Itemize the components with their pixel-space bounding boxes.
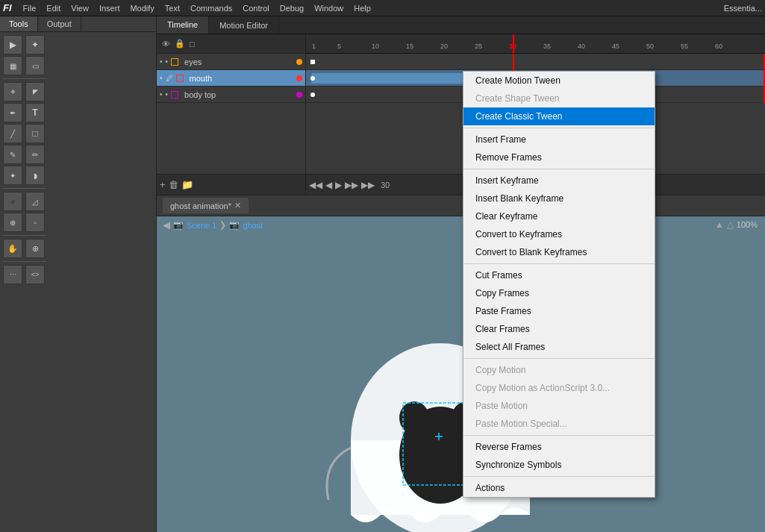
ctx-clear-frames[interactable]: Clear Frames xyxy=(463,320,655,338)
layer-bodytop[interactable]: • • body top xyxy=(157,87,305,103)
ctx-insert-keyframe[interactable]: Insert Keyframe xyxy=(463,172,655,190)
paint-bucket-tool[interactable]: ◿ xyxy=(25,192,45,211)
menu-window[interactable]: Window xyxy=(309,2,349,14)
tab-timeline[interactable]: Timeline xyxy=(157,16,209,34)
line-tool[interactable]: ╱ xyxy=(3,124,22,143)
layer-bodytop-color-dot xyxy=(296,92,302,98)
ctx-clear-keyframe[interactable]: Clear Keyframe xyxy=(463,207,655,225)
eyedropper-tool[interactable]: ⊕ xyxy=(3,213,22,232)
canvas-tab-label: ghost animation* xyxy=(170,201,231,210)
zoom-tool[interactable]: ⊕ xyxy=(25,239,45,258)
delete-layer-button[interactable]: 🗑 xyxy=(169,179,178,190)
zoom-out-icon[interactable]: ▲ xyxy=(715,219,724,230)
layer-outline-box xyxy=(171,91,178,98)
app-logo: Fl xyxy=(3,2,12,13)
last-frame-button[interactable]: ▶▶ xyxy=(361,180,375,190)
ctx-reverse-frames[interactable]: Reverse Frames xyxy=(463,438,655,456)
deco-tool[interactable]: ✦ xyxy=(3,166,22,185)
timeline-body: 👁 🔒 □ • • eyes • 🖉 xyxy=(157,34,765,195)
scene-separator: ❯ xyxy=(219,220,226,230)
menubar: Fl File Edit View Insert Modify Text Com… xyxy=(0,0,765,16)
snap-tool[interactable]: ⋯ xyxy=(3,265,22,284)
close-tab-icon[interactable]: ✕ xyxy=(234,201,241,210)
magic-wand-tool[interactable]: ◤ xyxy=(25,82,45,101)
keyframe-dot-eyes-1 xyxy=(310,60,315,64)
selection-tool[interactable]: ▶ xyxy=(3,35,22,54)
scene-nav: ◀ 📷 Scene 1 ❯ 📷 ghost xyxy=(163,219,263,231)
ruler-mark-55: 55 xyxy=(681,43,688,50)
ctx-remove-frames[interactable]: Remove Frames xyxy=(463,148,655,166)
ctx-create-motion-tween[interactable]: Create Motion Tween xyxy=(463,72,655,90)
tab-output[interactable]: Output xyxy=(38,16,81,31)
canvas-area: ghost animation* ✕ ◀ 📷 Scene 1 ❯ 📷 ghost xyxy=(157,195,765,532)
ctx-sep-1 xyxy=(463,128,655,128)
next-frame-button[interactable]: ▶▶ xyxy=(345,180,358,190)
ctx-paste-frames[interactable]: Paste Frames xyxy=(463,302,655,320)
play-button[interactable]: ▶ xyxy=(335,180,342,190)
menu-modify[interactable]: Modify xyxy=(125,2,159,14)
pen-tool[interactable]: ✒ xyxy=(3,103,22,122)
layers-header: 👁 🔒 □ xyxy=(157,34,305,54)
layer-mouth[interactable]: • 🖉 mouth xyxy=(157,70,305,87)
menu-file[interactable]: File xyxy=(18,2,42,14)
bone-tool[interactable]: ◗ xyxy=(25,166,45,185)
ctx-copy-motion-as: Copy Motion as ActionScript 3.0... xyxy=(463,379,655,397)
menu-view[interactable]: View xyxy=(66,2,94,14)
lasso-tool[interactable]: ⌖ xyxy=(3,82,22,101)
ctx-convert-to-keyframes[interactable]: Convert to Keyframes xyxy=(463,225,655,243)
hand-tool[interactable]: ✋ xyxy=(3,239,22,258)
menu-help[interactable]: Help xyxy=(349,2,376,14)
free-transform-tool[interactable]: ▦ xyxy=(3,56,22,75)
menu-text[interactable]: Text xyxy=(160,2,185,14)
ruler-mark-45: 45 xyxy=(612,43,619,50)
ctx-cut-frames[interactable]: Cut Frames xyxy=(463,266,655,284)
menu-insert[interactable]: Insert xyxy=(94,2,125,14)
gradient-tool[interactable]: ▭ xyxy=(25,56,45,75)
first-frame-button[interactable]: ◀◀ xyxy=(309,180,322,190)
code-snippets-tool[interactable]: <> xyxy=(25,265,45,284)
layer-folder-button[interactable]: 📁 xyxy=(181,179,193,190)
menu-debug[interactable]: Debug xyxy=(275,2,309,14)
prev-frame-button[interactable]: ◀ xyxy=(325,180,332,190)
ruler-mark-20: 20 xyxy=(440,43,448,50)
menu-commands[interactable]: Commands xyxy=(185,2,237,14)
ctx-insert-frame[interactable]: Insert Frame xyxy=(463,131,655,148)
layer-mouth-label: mouth xyxy=(187,74,296,83)
text-tool[interactable]: T xyxy=(25,103,45,122)
keyframe-dot-bodytop-1 xyxy=(310,93,315,97)
brush-tool[interactable]: ✏ xyxy=(25,145,45,164)
layer-lock-icon: • xyxy=(166,57,169,66)
tab-motion-editor[interactable]: Motion Editor xyxy=(209,17,279,34)
frame-row-eyes[interactable] xyxy=(306,54,765,70)
ctx-synchronize-symbols[interactable]: Synchronize Symbols xyxy=(463,456,655,474)
layer-eyes[interactable]: • • eyes xyxy=(157,54,305,70)
menu-control[interactable]: Control xyxy=(237,2,274,14)
eraser-tool[interactable]: ▫ xyxy=(25,213,45,232)
timeline-ruler[interactable]: 1 5 10 15 20 25 30 35 40 45 50 55 60 xyxy=(306,34,765,54)
zoom-fit-icon[interactable]: △ xyxy=(727,219,734,230)
canvas-tab-ghost[interactable]: ghost animation* ✕ xyxy=(163,198,249,213)
layer-outline-box xyxy=(176,75,184,82)
ctx-insert-blank-keyframe[interactable]: Insert Blank Keyframe xyxy=(463,190,655,207)
add-layer-button[interactable]: + xyxy=(160,179,166,190)
ctx-paste-motion: Paste Motion xyxy=(463,397,655,415)
menu-edit[interactable]: Edit xyxy=(41,2,66,14)
ruler-mark-40: 40 xyxy=(578,43,585,50)
zoom-controls: ▲ △ 100% xyxy=(715,219,758,230)
context-menu: Create Motion Tween Create Shape Tween C… xyxy=(463,71,655,498)
back-arrow-icon[interactable]: ◀ xyxy=(163,219,170,231)
scene-label[interactable]: Scene 1 xyxy=(187,221,216,230)
ctx-actions[interactable]: Actions xyxy=(463,479,655,497)
rect-tool[interactable]: □ xyxy=(25,124,45,143)
subselection-tool[interactable]: ✦ xyxy=(25,35,45,54)
ghost-label[interactable]: ghost xyxy=(243,221,263,230)
ctx-copy-frames[interactable]: Copy Frames xyxy=(463,284,655,302)
ctx-convert-to-blank-keyframes[interactable]: Convert to Blank Keyframes xyxy=(463,243,655,261)
ctx-create-classic-tween[interactable]: Create Classic Tween xyxy=(463,107,655,125)
ink-bottle-tool[interactable]: ◾ xyxy=(3,192,22,211)
playhead-ruler xyxy=(513,34,514,53)
ruler-mark-60: 60 xyxy=(715,43,722,50)
pencil-tool[interactable]: ✎ xyxy=(3,145,22,164)
tab-tools[interactable]: Tools xyxy=(0,16,38,31)
ctx-select-all-frames[interactable]: Select All Frames xyxy=(463,338,655,356)
